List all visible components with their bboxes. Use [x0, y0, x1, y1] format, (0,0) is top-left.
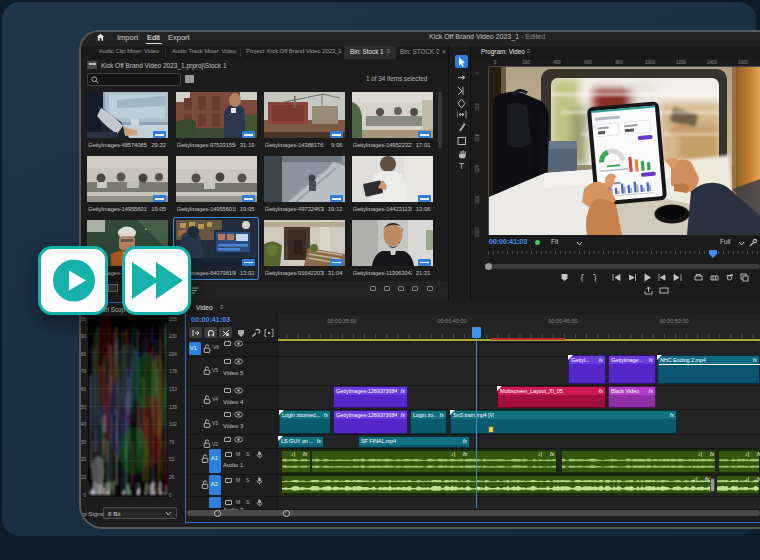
svg-text:}: }	[592, 274, 597, 283]
svg-text:{: {	[579, 274, 584, 283]
svg-text:T: T	[459, 161, 465, 171]
